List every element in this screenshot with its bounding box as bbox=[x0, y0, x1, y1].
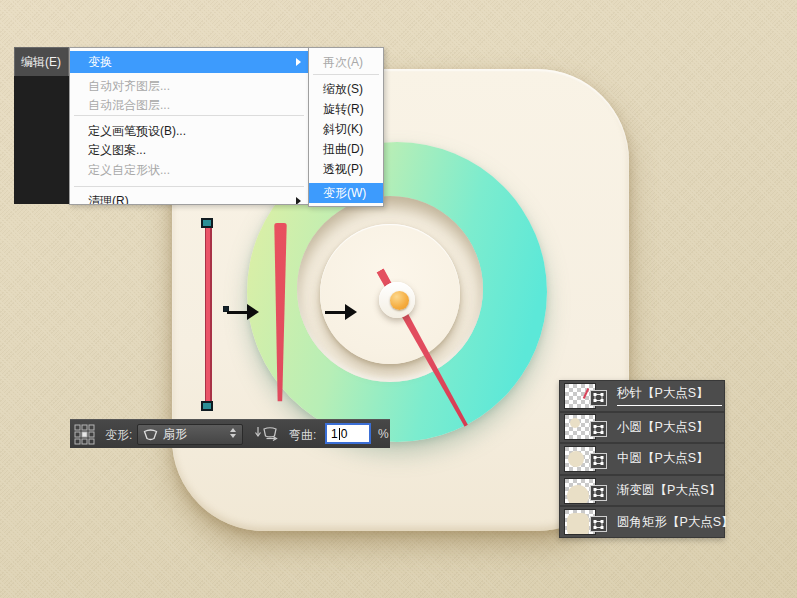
arc-fan-icon bbox=[142, 428, 159, 442]
edit-menu-dropdown: 变换 自动对齐图层... 自动混合图层... 定义画笔预设(B)... 定义图案… bbox=[69, 47, 309, 205]
percent-suffix: % bbox=[378, 427, 389, 441]
submenu-arrow-icon bbox=[296, 197, 301, 205]
bend-input[interactable]: 1 0 bbox=[325, 423, 371, 444]
layer-row-gradient-circle[interactable]: 渐变圆【P大点S】 bbox=[560, 476, 724, 508]
layer-name: 渐变圆【P大点S】 bbox=[617, 482, 721, 499]
layer-name: 中圆【P大点S】 bbox=[617, 450, 709, 467]
menu-edit[interactable]: 编辑(E) bbox=[14, 47, 69, 76]
menu-separator bbox=[313, 74, 379, 75]
menu-item-skew[interactable]: 斜切(K) bbox=[309, 120, 383, 138]
menu-item-perspective[interactable]: 透视(P) bbox=[309, 160, 383, 178]
arrow-right-icon bbox=[325, 304, 357, 320]
warp-orientation-button[interactable] bbox=[252, 423, 284, 446]
menu-dark-strip bbox=[14, 76, 69, 204]
menu-item-again: 再次(A) bbox=[309, 53, 383, 71]
layer-name: 秒针【P大点S】 bbox=[617, 385, 722, 406]
layer-row-medium-circle[interactable]: 中圆【P大点S】 bbox=[560, 444, 724, 476]
menu-item-define-custom-shape: 定义自定形状... bbox=[70, 161, 308, 179]
photoshop-tutorial-canvas: 编辑(E) 变换 自动对齐图层... 自动混合图层... 定义画笔预设(B)..… bbox=[0, 0, 797, 598]
layer-row-small-circle[interactable]: 小圆【P大点S】 bbox=[560, 413, 724, 445]
menu-item-purge[interactable]: 清理(R) bbox=[70, 192, 308, 205]
submenu-arrow-icon bbox=[296, 58, 301, 66]
vector-mask-icon bbox=[590, 421, 607, 437]
menu-item-scale[interactable]: 缩放(S) bbox=[309, 80, 383, 98]
bend-label: 弯曲: bbox=[289, 427, 316, 444]
menu-separator bbox=[74, 186, 304, 187]
warp-style-dropdown[interactable]: 扇形 bbox=[137, 424, 243, 445]
layers-panel: 秒针【P大点S】 小圆【P大点S】 中圆【P大点S】 bbox=[559, 380, 725, 538]
layer-name: 圆角矩形【P大点S】 bbox=[617, 514, 734, 531]
vector-mask-icon bbox=[590, 453, 607, 469]
menu-item-rotate[interactable]: 旋转(R) bbox=[309, 100, 383, 118]
warp-options-bar: 变形: 扇形 弯曲: 1 0 % bbox=[70, 419, 390, 448]
vector-mask-icon bbox=[590, 485, 607, 501]
menu-item-distort[interactable]: 扭曲(D) bbox=[309, 140, 383, 158]
transform-submenu: 再次(A) 缩放(S) 旋转(R) 斜切(K) 扭曲(D) 透视(P) 变形(W… bbox=[308, 47, 384, 207]
warp-orientation-icon bbox=[254, 425, 282, 445]
transform-handle-top[interactable] bbox=[201, 218, 213, 228]
menu-item-transform[interactable]: 变换 bbox=[70, 51, 308, 73]
menu-item-define-pattern[interactable]: 定义图案... bbox=[70, 141, 308, 159]
warp-style-value: 扇形 bbox=[163, 426, 187, 443]
hub-orange-ball bbox=[390, 291, 409, 310]
layer-name: 小圆【P大点S】 bbox=[617, 419, 709, 436]
menu-separator bbox=[74, 115, 304, 116]
menu-item-define-brush-preset[interactable]: 定义画笔预设(B)... bbox=[70, 122, 308, 140]
menu-item-warp[interactable]: 变形(W) bbox=[309, 183, 383, 203]
vector-mask-icon bbox=[590, 516, 607, 532]
menu-item-auto-blend-layers: 自动混合图层... bbox=[70, 96, 308, 114]
straight-line-shape bbox=[205, 224, 212, 406]
vector-mask-icon bbox=[590, 390, 607, 406]
reference-point-grid-icon[interactable] bbox=[74, 424, 95, 445]
menu-item-auto-align-layers: 自动对齐图层... bbox=[70, 77, 308, 95]
arrow-right-icon bbox=[227, 304, 259, 320]
warp-label: 变形: bbox=[105, 427, 132, 444]
transform-handle-bottom[interactable] bbox=[201, 401, 213, 411]
text-cursor bbox=[339, 428, 340, 440]
layer-row-rounded-rect[interactable]: 圆角矩形【P大点S】 bbox=[560, 507, 724, 537]
dropdown-stepper-icon bbox=[230, 428, 236, 438]
layer-row-second-hand[interactable]: 秒针【P大点S】 bbox=[560, 381, 724, 413]
